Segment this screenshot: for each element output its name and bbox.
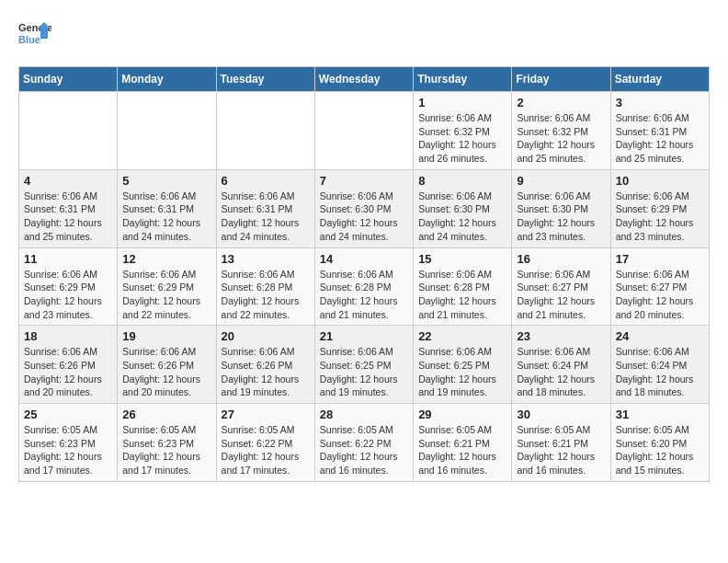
cell-content: Sunrise: 6:05 AMSunset: 6:23 PMDaylight:…	[24, 423, 112, 477]
cell-content: Sunrise: 6:05 AMSunset: 6:20 PMDaylight:…	[616, 423, 704, 477]
calendar-cell	[118, 92, 216, 170]
day-number: 1	[418, 96, 506, 109]
calendar-cell: 31Sunrise: 6:05 AMSunset: 6:20 PMDayligh…	[610, 404, 709, 482]
day-number: 22	[418, 329, 506, 343]
cell-content: Sunrise: 6:06 AMSunset: 6:32 PMDaylight:…	[517, 111, 605, 166]
cell-content: Sunrise: 6:05 AMSunset: 6:21 PMDaylight:…	[517, 423, 605, 477]
day-number: 6	[222, 174, 310, 188]
cell-content: Sunrise: 6:06 AMSunset: 6:26 PMDaylight:…	[222, 345, 310, 399]
header-row: SundayMondayTuesdayWednesdayThursdayFrid…	[19, 67, 710, 92]
day-number: 31	[616, 408, 704, 421]
cell-content: Sunrise: 6:06 AMSunset: 6:30 PMDaylight:…	[418, 190, 506, 244]
cell-content: Sunrise: 6:06 AMSunset: 6:24 PMDaylight:…	[517, 345, 605, 399]
day-number: 30	[517, 408, 605, 421]
calendar-cell: 20Sunrise: 6:06 AMSunset: 6:26 PMDayligh…	[216, 326, 314, 404]
calendar-cell	[314, 92, 413, 170]
week-row-1: 1Sunrise: 6:06 AMSunset: 6:32 PMDaylight…	[19, 92, 710, 170]
day-number: 17	[616, 252, 704, 266]
calendar-cell: 13Sunrise: 6:06 AMSunset: 6:28 PMDayligh…	[216, 247, 314, 326]
day-number: 7	[320, 174, 408, 188]
cell-content: Sunrise: 6:05 AMSunset: 6:22 PMDaylight:…	[222, 423, 310, 477]
day-header-friday: Friday	[512, 67, 610, 92]
day-number: 11	[24, 252, 112, 266]
calendar-cell: 27Sunrise: 6:05 AMSunset: 6:22 PMDayligh…	[216, 404, 314, 482]
day-number: 3	[616, 96, 704, 109]
cell-content: Sunrise: 6:06 AMSunset: 6:32 PMDaylight:…	[418, 111, 506, 166]
calendar-cell: 19Sunrise: 6:06 AMSunset: 6:26 PMDayligh…	[118, 326, 216, 404]
calendar-cell: 18Sunrise: 6:06 AMSunset: 6:26 PMDayligh…	[19, 326, 118, 404]
svg-text:Blue: Blue	[18, 34, 40, 45]
day-number: 23	[517, 329, 605, 343]
calendar-cell: 22Sunrise: 6:06 AMSunset: 6:25 PMDayligh…	[414, 326, 512, 404]
calendar-cell: 29Sunrise: 6:05 AMSunset: 6:21 PMDayligh…	[414, 404, 512, 482]
calendar-cell: 10Sunrise: 6:06 AMSunset: 6:29 PMDayligh…	[610, 169, 709, 247]
day-number: 26	[122, 408, 210, 421]
day-number: 2	[517, 96, 605, 109]
calendar-cell: 21Sunrise: 6:06 AMSunset: 6:25 PMDayligh…	[314, 326, 413, 404]
calendar-cell: 30Sunrise: 6:05 AMSunset: 6:21 PMDayligh…	[512, 404, 610, 482]
cell-content: Sunrise: 6:06 AMSunset: 6:27 PMDaylight:…	[517, 268, 605, 322]
day-number: 13	[222, 252, 310, 266]
cell-content: Sunrise: 6:06 AMSunset: 6:29 PMDaylight:…	[24, 268, 112, 322]
calendar-cell: 15Sunrise: 6:06 AMSunset: 6:28 PMDayligh…	[414, 247, 512, 326]
calendar-cell: 4Sunrise: 6:06 AMSunset: 6:31 PMDaylight…	[19, 169, 118, 247]
cell-content: Sunrise: 6:06 AMSunset: 6:31 PMDaylight:…	[24, 190, 112, 244]
week-row-4: 18Sunrise: 6:06 AMSunset: 6:26 PMDayligh…	[19, 326, 710, 404]
day-number: 16	[517, 252, 605, 266]
cell-content: Sunrise: 6:06 AMSunset: 6:31 PMDaylight:…	[222, 190, 310, 244]
page-header: General Blue	[18, 18, 710, 52]
cell-content: Sunrise: 6:06 AMSunset: 6:28 PMDaylight:…	[222, 268, 310, 322]
cell-content: Sunrise: 6:05 AMSunset: 6:22 PMDaylight:…	[320, 423, 408, 477]
calendar-cell: 2Sunrise: 6:06 AMSunset: 6:32 PMDaylight…	[512, 92, 610, 170]
day-number: 9	[517, 174, 605, 188]
cell-content: Sunrise: 6:06 AMSunset: 6:31 PMDaylight:…	[616, 111, 704, 166]
cell-content: Sunrise: 6:06 AMSunset: 6:31 PMDaylight:…	[122, 190, 210, 244]
day-number: 28	[320, 408, 408, 421]
day-number: 5	[122, 174, 210, 188]
day-number: 14	[320, 252, 408, 266]
day-number: 27	[222, 408, 310, 421]
cell-content: Sunrise: 6:06 AMSunset: 6:27 PMDaylight:…	[616, 268, 704, 322]
calendar-cell: 24Sunrise: 6:06 AMSunset: 6:24 PMDayligh…	[610, 326, 709, 404]
calendar-cell: 9Sunrise: 6:06 AMSunset: 6:30 PMDaylight…	[512, 169, 610, 247]
calendar-cell: 12Sunrise: 6:06 AMSunset: 6:29 PMDayligh…	[118, 247, 216, 326]
cell-content: Sunrise: 6:05 AMSunset: 6:23 PMDaylight:…	[122, 423, 210, 477]
day-number: 29	[418, 408, 506, 421]
cell-content: Sunrise: 6:06 AMSunset: 6:30 PMDaylight:…	[320, 190, 408, 244]
cell-content: Sunrise: 6:06 AMSunset: 6:25 PMDaylight:…	[320, 345, 408, 399]
calendar-cell: 6Sunrise: 6:06 AMSunset: 6:31 PMDaylight…	[216, 169, 314, 247]
week-row-5: 25Sunrise: 6:05 AMSunset: 6:23 PMDayligh…	[19, 404, 710, 482]
day-number: 24	[616, 329, 704, 343]
cell-content: Sunrise: 6:06 AMSunset: 6:29 PMDaylight:…	[616, 190, 704, 244]
day-number: 21	[320, 329, 408, 343]
day-header-saturday: Saturday	[610, 67, 709, 92]
logo-graphic: General Blue	[18, 18, 51, 52]
calendar-cell	[19, 92, 118, 170]
day-header-wednesday: Wednesday	[314, 67, 413, 92]
calendar-cell: 14Sunrise: 6:06 AMSunset: 6:28 PMDayligh…	[314, 247, 413, 326]
week-row-2: 4Sunrise: 6:06 AMSunset: 6:31 PMDaylight…	[19, 169, 710, 247]
day-number: 25	[24, 408, 112, 421]
calendar-cell: 17Sunrise: 6:06 AMSunset: 6:27 PMDayligh…	[610, 247, 709, 326]
day-header-monday: Monday	[118, 67, 216, 92]
day-number: 19	[122, 329, 210, 343]
day-number: 12	[122, 252, 210, 266]
cell-content: Sunrise: 6:05 AMSunset: 6:21 PMDaylight:…	[418, 423, 506, 477]
calendar-cell: 26Sunrise: 6:05 AMSunset: 6:23 PMDayligh…	[118, 404, 216, 482]
calendar-table: SundayMondayTuesdayWednesdayThursdayFrid…	[18, 66, 710, 482]
week-row-3: 11Sunrise: 6:06 AMSunset: 6:29 PMDayligh…	[19, 247, 710, 326]
cell-content: Sunrise: 6:06 AMSunset: 6:25 PMDaylight:…	[418, 345, 506, 399]
calendar-cell: 11Sunrise: 6:06 AMSunset: 6:29 PMDayligh…	[19, 247, 118, 326]
calendar-cell: 7Sunrise: 6:06 AMSunset: 6:30 PMDaylight…	[314, 169, 413, 247]
day-number: 15	[418, 252, 506, 266]
day-header-thursday: Thursday	[414, 67, 512, 92]
day-number: 10	[616, 174, 704, 188]
calendar-cell: 8Sunrise: 6:06 AMSunset: 6:30 PMDaylight…	[414, 169, 512, 247]
cell-content: Sunrise: 6:06 AMSunset: 6:26 PMDaylight:…	[24, 345, 112, 399]
cell-content: Sunrise: 6:06 AMSunset: 6:26 PMDaylight:…	[122, 345, 210, 399]
calendar-cell: 1Sunrise: 6:06 AMSunset: 6:32 PMDaylight…	[414, 92, 512, 170]
cell-content: Sunrise: 6:06 AMSunset: 6:30 PMDaylight:…	[517, 190, 605, 244]
calendar-cell: 28Sunrise: 6:05 AMSunset: 6:22 PMDayligh…	[314, 404, 413, 482]
cell-content: Sunrise: 6:06 AMSunset: 6:28 PMDaylight:…	[418, 268, 506, 322]
logo-icon: General Blue	[18, 18, 51, 52]
